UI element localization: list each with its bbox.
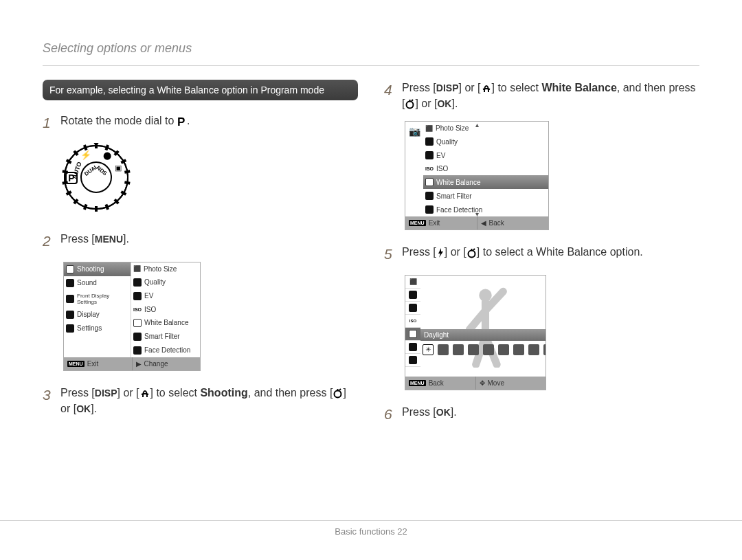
step-number: 2 bbox=[43, 231, 54, 251]
menu-tab-sound: Sound bbox=[64, 276, 131, 290]
wb-option bbox=[513, 344, 524, 355]
step3-text-c: ] to select bbox=[150, 387, 201, 399]
lcd-wb-list-screen: ▴ 📷 ⬛Photo Size Quality EV ISOISO White … bbox=[405, 121, 549, 230]
iso-icon: ISO bbox=[133, 307, 142, 312]
photo-size-icon: ⬛ bbox=[409, 278, 417, 285]
step2-text-a: Press [ bbox=[60, 233, 95, 245]
white-balance-bold: White Balance bbox=[541, 82, 616, 93]
step4-text-b: ] or [ bbox=[458, 82, 480, 93]
svg-text:⚡: ⚡ bbox=[80, 149, 92, 161]
smart-filter-icon bbox=[133, 333, 142, 341]
menu-tab-front-display: Front Display Settings bbox=[64, 290, 131, 308]
step-number: 5 bbox=[384, 244, 395, 265]
menu-item-smart-filter: Smart Filter bbox=[131, 330, 200, 344]
wb-item-smart-filter: Smart Filter bbox=[423, 189, 548, 203]
menu-button-label: MENU bbox=[95, 234, 123, 245]
lcd2-bar-exit: Exit bbox=[429, 219, 440, 227]
front-display-icon bbox=[66, 295, 74, 303]
menu-item-iso: ISOISO bbox=[131, 303, 200, 316]
svg-text:P: P bbox=[68, 172, 74, 183]
disp-button-label: DISP bbox=[436, 82, 459, 93]
right-column: 4 Press [DISP] or [] to select White Bal… bbox=[384, 80, 699, 434]
sound-icon bbox=[66, 279, 74, 287]
camera-mode-icon: 📷 bbox=[409, 126, 420, 137]
wb-option bbox=[498, 344, 509, 355]
wb-item-iso: ISOISO bbox=[423, 162, 548, 175]
shooting-bold: Shooting bbox=[200, 387, 247, 399]
wb-icon bbox=[133, 319, 142, 327]
ok-button-label: OK bbox=[76, 403, 91, 414]
iso-icon: ISO bbox=[425, 166, 434, 171]
menu-item-ev: EV bbox=[131, 289, 200, 303]
wb-option-daylight: ☀ bbox=[423, 344, 434, 355]
disp-button-label: DISP bbox=[95, 388, 117, 399]
wb-icon bbox=[425, 178, 434, 186]
page-footer: Basic functions 22 bbox=[0, 520, 742, 537]
lcd-bar-change: Change bbox=[144, 360, 168, 368]
step3-text-b: ] or [ bbox=[117, 387, 139, 399]
flash-icon bbox=[436, 247, 445, 258]
svg-point-32 bbox=[407, 102, 414, 109]
svg-point-31 bbox=[335, 391, 341, 398]
face-detection-icon bbox=[133, 346, 142, 355]
iso-icon: ISO bbox=[409, 319, 416, 323]
mode-dial-illustration: DUAL NDS AUTO P ⚡ ⬤ ▣ bbox=[62, 143, 358, 214]
right-arrow-icon: ▶ bbox=[136, 360, 142, 368]
step-number: 4 bbox=[384, 80, 395, 100]
wb-option bbox=[483, 344, 494, 355]
smart-filter-icon bbox=[409, 343, 417, 351]
page-header: Selecting options or menus bbox=[43, 41, 699, 56]
lcd-menu-screen: Shooting Sound Front Display Settings Di… bbox=[63, 262, 201, 371]
footer-section: Basic functions bbox=[335, 526, 397, 537]
wb-item-ev: EV bbox=[423, 148, 548, 162]
svg-rect-12 bbox=[95, 206, 98, 212]
lcd2-bar-back: Back bbox=[489, 219, 504, 227]
face-detection-icon bbox=[409, 356, 417, 364]
ok-button-label: OK bbox=[436, 407, 451, 418]
smart-filter-icon bbox=[425, 192, 434, 200]
step6-text-a: Press [ bbox=[402, 406, 436, 418]
macro-icon bbox=[139, 389, 150, 399]
wb-option bbox=[528, 344, 539, 355]
quality-icon bbox=[425, 137, 434, 146]
lcd-wb-preview-screen: ▴ ⬛ ISO Daylight bbox=[405, 275, 546, 390]
wb-options-row: ☀ bbox=[420, 343, 546, 357]
step2-text-b: ]. bbox=[123, 233, 129, 245]
lcd3-bar-move: Move bbox=[488, 379, 504, 387]
ev-icon bbox=[425, 151, 434, 159]
footer-page-number: 22 bbox=[397, 526, 407, 537]
photo-size-icon: ⬛ bbox=[425, 125, 433, 132]
menu-item-quality: Quality bbox=[131, 276, 200, 289]
step-4: 4 Press [DISP] or [] to select White Bal… bbox=[384, 80, 699, 111]
svg-rect-3 bbox=[95, 143, 98, 148]
step4-text-a: Press [ bbox=[402, 82, 436, 93]
ev-icon bbox=[409, 304, 417, 312]
menu-tab-shooting: Shooting bbox=[64, 262, 131, 276]
timer-icon bbox=[333, 388, 343, 399]
step6-text-b: ]. bbox=[451, 406, 457, 418]
wb-item-face-detection: Face Detection bbox=[423, 203, 548, 216]
face-detection-icon bbox=[425, 205, 434, 214]
menu-tab-display: Display bbox=[64, 308, 131, 322]
menu-item-white-balance: White Balance bbox=[131, 316, 200, 330]
wb-selected-label: Daylight bbox=[424, 331, 449, 339]
menu-item-face-detection: Face Detection bbox=[131, 344, 200, 357]
step5-text-b: ] or [ bbox=[445, 246, 466, 258]
wb-icon bbox=[409, 330, 417, 338]
step-3: 3 Press [DISP] or [] to select Shooting,… bbox=[43, 385, 358, 416]
example-callout: For example, selecting a White Balance o… bbox=[43, 80, 358, 100]
scroll-down-icon: ▾ bbox=[475, 210, 479, 218]
lcd3-bar-back: Back bbox=[429, 379, 444, 387]
ev-icon bbox=[133, 292, 142, 300]
wb-option bbox=[453, 344, 464, 355]
scroll-up-icon: ▴ bbox=[475, 121, 479, 128]
wb-option bbox=[438, 344, 449, 355]
display-icon bbox=[66, 311, 74, 319]
ok-button-label: OK bbox=[437, 98, 451, 109]
wb-item-quality: Quality bbox=[423, 135, 548, 148]
svg-text:⬤: ⬤ bbox=[103, 151, 111, 160]
step1-text-a: Rotate the mode dial to bbox=[60, 115, 177, 126]
timer-icon bbox=[466, 248, 477, 258]
menu-tab-settings: Settings bbox=[64, 322, 131, 335]
step4-text-c: ] to select bbox=[492, 82, 542, 93]
